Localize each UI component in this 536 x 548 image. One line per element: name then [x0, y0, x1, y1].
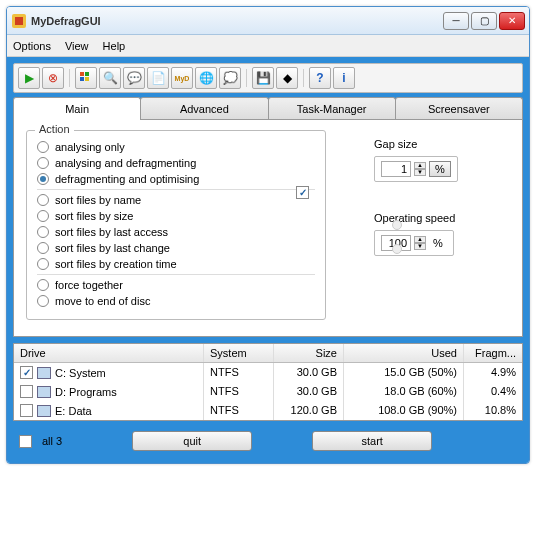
help-icon[interactable]: ? — [309, 67, 331, 89]
tab-main[interactable]: Main — [13, 97, 141, 120]
drive-icon — [37, 386, 51, 398]
balloon-icon[interactable]: 💬 — [123, 67, 145, 89]
action-label: sort files by creation time — [55, 258, 177, 270]
gap-unit-button[interactable]: % — [429, 161, 451, 177]
action-label: sort files by last access — [55, 226, 168, 238]
action-label: sort files by name — [55, 194, 141, 206]
drive-system: NTFS — [204, 363, 274, 382]
action-label: analysing only — [55, 141, 125, 153]
drive-size: 30.0 GB — [274, 382, 344, 401]
tab-task-manager[interactable]: Task-Manager — [268, 97, 396, 120]
col-used[interactable]: Used — [344, 344, 464, 362]
myd-icon[interactable]: MyD — [171, 67, 193, 89]
stop-icon[interactable]: ⊗ — [42, 67, 64, 89]
action-option[interactable]: analysing only — [37, 139, 315, 155]
maximize-button[interactable]: ▢ — [471, 12, 497, 30]
extra-dot-2[interactable] — [392, 244, 402, 254]
action-option[interactable]: move to end of disc — [37, 293, 315, 309]
gap-size-box: ▲▼ % — [374, 156, 458, 182]
globe-icon[interactable]: 🌐 — [195, 67, 217, 89]
all-label: all 3 — [42, 435, 62, 447]
gap-size-input[interactable] — [381, 161, 411, 177]
table-row[interactable]: C: SystemNTFS30.0 GB15.0 GB (50%)4.9% — [14, 363, 522, 382]
client-area: ▶ ⊗ 🔍 💬 📄 MyD 🌐 💭 💾 ◆ ? i Main Advanced … — [7, 57, 529, 463]
radio-icon[interactable] — [37, 210, 49, 222]
action-legend: Action — [35, 123, 74, 135]
drive-used: 18.0 GB (60%) — [344, 382, 464, 401]
start-button[interactable]: start — [312, 431, 432, 451]
drive-system: NTFS — [204, 382, 274, 401]
diamond-icon[interactable]: ◆ — [276, 67, 298, 89]
action-option[interactable]: defragmenting and optimising — [37, 171, 315, 187]
drive-checkbox[interactable] — [20, 404, 33, 417]
app-icon — [11, 13, 27, 29]
action-option[interactable]: sort files by last change — [37, 240, 315, 256]
window-title: MyDefragGUI — [31, 15, 443, 27]
cloud-icon[interactable]: 💭 — [219, 67, 241, 89]
drive-table: Drive System Size Used Fragm... C: Syste… — [13, 343, 523, 421]
save-icon[interactable]: 💾 — [252, 67, 274, 89]
tabstrip: Main Advanced Task-Manager Screensaver — [13, 97, 523, 120]
action-option[interactable]: sort files by last access — [37, 224, 315, 240]
col-drive[interactable]: Drive — [14, 344, 204, 362]
table-row[interactable]: E: DataNTFS120.0 GB108.0 GB (90%)10.8% — [14, 401, 522, 420]
gap-spinner[interactable]: ▲▼ — [414, 162, 426, 176]
menu-options[interactable]: Options — [13, 40, 51, 52]
action-option[interactable]: analysing and defragmenting — [37, 155, 315, 171]
radio-icon[interactable] — [37, 242, 49, 254]
drive-frag: 10.8% — [464, 401, 522, 420]
drive-icon — [37, 367, 51, 379]
action-option[interactable]: sort files by name — [37, 192, 315, 208]
play-icon[interactable]: ▶ — [18, 67, 40, 89]
info-icon[interactable]: i — [333, 67, 355, 89]
radio-icon[interactable] — [37, 279, 49, 291]
radio-icon[interactable] — [37, 157, 49, 169]
menubar: Options View Help — [7, 35, 529, 57]
col-fragm[interactable]: Fragm... — [464, 344, 522, 362]
close-button[interactable]: ✕ — [499, 12, 525, 30]
col-system[interactable]: System — [204, 344, 274, 362]
all-checkbox[interactable] — [19, 435, 32, 448]
grid-icon[interactable] — [75, 67, 97, 89]
drive-frag: 4.9% — [464, 363, 522, 382]
speed-spinner[interactable]: ▲▼ — [414, 236, 426, 250]
col-size[interactable]: Size — [274, 344, 344, 362]
note-icon[interactable]: 📄 — [147, 67, 169, 89]
drive-name: D: Programs — [55, 386, 117, 398]
radio-icon[interactable] — [37, 194, 49, 206]
drive-used: 108.0 GB (90%) — [344, 401, 464, 420]
drive-frag: 0.4% — [464, 382, 522, 401]
radio-icon[interactable] — [37, 173, 49, 185]
radio-icon[interactable] — [37, 226, 49, 238]
action-option[interactable]: sort files by creation time — [37, 256, 315, 272]
drive-table-header: Drive System Size Used Fragm... — [14, 344, 522, 363]
speed-unit: % — [429, 237, 447, 249]
action-option[interactable]: sort files by size — [37, 208, 315, 224]
quit-button[interactable]: quit — [132, 431, 252, 451]
radio-icon[interactable] — [37, 141, 49, 153]
extra-radio-column — [392, 220, 402, 254]
tab-panel-main: Action analysing onlyanalysing and defra… — [13, 119, 523, 337]
table-row[interactable]: D: ProgramsNTFS30.0 GB18.0 GB (60%)0.4% — [14, 382, 522, 401]
drive-system: NTFS — [204, 401, 274, 420]
tab-advanced[interactable]: Advanced — [140, 97, 268, 120]
action-fieldset: Action analysing onlyanalysing and defra… — [26, 130, 326, 320]
drive-name: E: Data — [55, 405, 92, 417]
radio-icon[interactable] — [37, 295, 49, 307]
minimize-button[interactable]: ─ — [443, 12, 469, 30]
menu-view[interactable]: View — [65, 40, 89, 52]
drive-icon — [37, 405, 51, 417]
radio-icon[interactable] — [37, 258, 49, 270]
action-option[interactable]: force together — [37, 277, 315, 293]
extra-dot-1[interactable] — [392, 220, 402, 230]
menu-help[interactable]: Help — [103, 40, 126, 52]
action-option-checkbox[interactable] — [296, 186, 309, 199]
gap-size-label: Gap size — [374, 138, 504, 150]
bottom-bar: all 3 quit start — [13, 421, 523, 457]
tab-screensaver[interactable]: Screensaver — [395, 97, 523, 120]
action-label: sort files by size — [55, 210, 133, 222]
drive-checkbox[interactable] — [20, 366, 33, 379]
drive-checkbox[interactable] — [20, 385, 33, 398]
search-icon[interactable]: 🔍 — [99, 67, 121, 89]
toolbar: ▶ ⊗ 🔍 💬 📄 MyD 🌐 💭 💾 ◆ ? i — [13, 63, 523, 93]
